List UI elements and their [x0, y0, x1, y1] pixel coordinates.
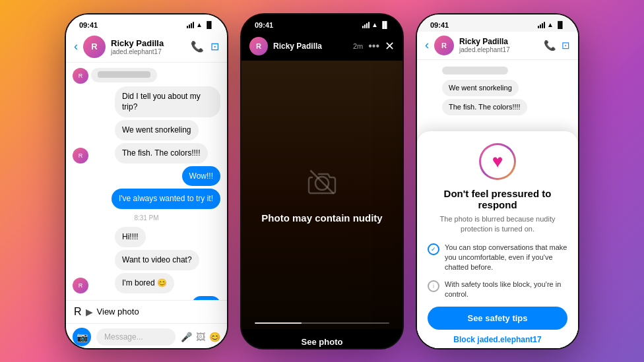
see-photo-button[interactable]: See photo	[242, 329, 402, 349]
sent-try-it: I've always wanted to try it!	[112, 189, 220, 209]
camera-button[interactable]: 📷	[73, 328, 91, 346]
status-bar-2: 09:41 ▲ ▐▌	[242, 15, 402, 32]
sender-avatar-small-3: R	[73, 278, 88, 293]
progress-track	[255, 322, 389, 324]
status-time-1: 09:41	[79, 21, 98, 29]
msg-fish: The fish. The colors!!!!	[115, 143, 208, 164]
msg-row-hi: Hi!!!!	[73, 227, 220, 247]
safety-title: Don't feel pressured to respond	[428, 188, 567, 210]
p3-avatar: R	[434, 36, 454, 55]
header-icons-1: 📞 ⊡	[191, 40, 219, 53]
tap-to-view-row: R	[73, 68, 220, 84]
message-input[interactable]: Message...	[96, 328, 176, 346]
msg-video: Want to video chat?	[115, 250, 199, 270]
wifi-icon-1: ▲	[196, 21, 203, 28]
mic-icon[interactable]: 🎤	[181, 332, 192, 342]
phone-3: 09:41 ▲ ▐▌ ‹ R Ricky Padilla jaded.eleph…	[416, 13, 579, 349]
contact-info-1: Ricky Padilla jaded.elephant17	[111, 38, 185, 55]
msg-ok: Ok	[192, 296, 220, 300]
msg-row-fish: R The fish. The colors!!!!	[73, 143, 220, 164]
phone-1: 09:41 ▲ ▐▌ ‹ R Ricky Padilla jaded.eleph…	[65, 13, 228, 349]
wifi-icon-2: ▲	[371, 21, 378, 28]
sender-avatar-small-2: R	[73, 148, 88, 164]
p3-chat-bg: We went snorkeling The fish. The colors!…	[417, 60, 578, 349]
chat-header-1: ‹ R Ricky Padilla jaded.elephant17 📞 ⊡	[66, 32, 227, 63]
dark-content: R Ricky Padilla 2m ••• ✕ Photo may conta…	[242, 32, 402, 349]
status-time-2: 09:41	[255, 21, 273, 29]
tap-to-view-msg[interactable]	[91, 68, 157, 82]
status-time-3: 09:41	[430, 21, 449, 29]
back-button-1[interactable]: ‹	[74, 40, 78, 53]
msg-row-trip: Did I tell you about my trip?	[73, 86, 220, 118]
phone3-content: ‹ R Ricky Padilla jaded.elephant17 📞 ⊡ W…	[417, 32, 578, 349]
safety-sub: The photo is blurred because nudity prot…	[428, 214, 567, 235]
p3-msg-snorkeling: We went snorkeling	[442, 80, 519, 96]
phone-2: 09:41 ▲ ▐▌ R Ricky Padilla 2m ••• ✕	[240, 13, 404, 349]
safety-text-2: With safety tools like block, you're in …	[445, 280, 567, 300]
block-link[interactable]: Block jaded.elephant17	[428, 335, 567, 344]
msg-bored: I'm bored 😊	[115, 273, 174, 293]
video-icon-1[interactable]: ⊡	[210, 40, 219, 53]
p3-header-icons: 📞 ⊡	[544, 40, 570, 51]
close-icon[interactable]: ✕	[385, 39, 395, 53]
msg-row-snorkeling: We went snorkeling	[73, 120, 220, 140]
heart-symbol: ♥	[492, 151, 503, 172]
photo-contact-name: Ricky Padilla	[273, 42, 348, 51]
p3-video-icon[interactable]: ⊡	[562, 40, 570, 51]
emoji-icon[interactable]: 😊	[209, 332, 220, 342]
chat-input-bar: 📷 Message... 🎤 🖼 😊	[66, 323, 227, 349]
msg-wow: Wow!!!	[182, 166, 220, 187]
call-icon-1[interactable]: 📞	[191, 40, 204, 53]
p3-contact-handle: jaded.elephant17	[459, 46, 538, 53]
safety-text-1: You can stop conversations that make you…	[445, 243, 567, 273]
status-icons-1: ▲ ▐▌	[187, 21, 214, 28]
msg-snorkeling: We went snorkeling	[115, 120, 199, 140]
blurred-photo-area: Photo may contain nudity	[242, 61, 402, 329]
signal-icon-2	[362, 22, 370, 28]
view-photo-label[interactable]: View photo	[97, 307, 139, 317]
nudity-warning: Photo may contain nudity	[261, 212, 382, 224]
more-options-icon[interactable]: •••	[368, 40, 379, 52]
avatar-1: R	[83, 36, 106, 58]
view-photo-row[interactable]: R ▶ View photo	[66, 300, 227, 323]
p3-msg-fish: The fish. The colors!!!!	[442, 99, 527, 115]
battery-icon-1: ▐▌	[205, 21, 214, 28]
msg-try: I've always wanted to try it!	[112, 189, 220, 209]
see-safety-button[interactable]: See safety tips	[428, 307, 567, 330]
input-icons: 🎤 🖼 😊	[181, 332, 220, 342]
safety-item-2: i With safety tools like block, you're i…	[428, 280, 567, 300]
sent-wow: Wow!!!	[182, 166, 220, 187]
heart-icon-large: ♥	[479, 143, 516, 180]
sender-avatar-small-1: R	[73, 68, 88, 84]
progress-fill	[255, 322, 302, 324]
shield-icon: ✓	[428, 243, 439, 255]
signal-icon-1	[187, 22, 194, 28]
p3-contact-name: Ricky Padilla	[459, 37, 538, 46]
safety-overlay-sheet: ♥ Don't feel pressured to respond The ph…	[417, 131, 578, 349]
photo-header: R Ricky Padilla 2m ••• ✕	[242, 32, 402, 61]
p3-chat-header: ‹ R Ricky Padilla jaded.elephant17 📞 ⊡	[417, 32, 578, 60]
status-bar-1: 09:41 ▲ ▐▌	[66, 15, 227, 32]
battery-icon-3: ▐▌	[556, 21, 565, 28]
image-icon[interactable]: 🖼	[196, 332, 205, 342]
signal-icon-3	[538, 22, 545, 28]
status-icons-3: ▲ ▐▌	[538, 21, 565, 28]
msg-hi: Hi!!!!	[115, 227, 146, 247]
timestamp-831: 8:31 PM	[73, 214, 220, 222]
back-button-3[interactable]: ‹	[425, 38, 429, 52]
svg-point-0	[315, 177, 329, 190]
contact-name-1: Ricky Padilla	[111, 38, 185, 48]
p3-call-icon[interactable]: 📞	[544, 40, 556, 51]
status-icons-2: ▲ ▐▌	[362, 21, 389, 28]
p3-contact-info: Ricky Padilla jaded.elephant17	[459, 37, 538, 53]
battery-icon-2: ▐▌	[380, 21, 389, 28]
chat-body-1: R Did I tell you about my trip? We went …	[66, 63, 227, 300]
safety-item-1: ✓ You can stop conversations that make y…	[428, 243, 567, 273]
sender-avatar-view: R	[74, 306, 82, 318]
progress-bar-area	[242, 322, 402, 329]
msg-row-bored: R I'm bored 😊	[73, 273, 220, 293]
msg-row-video: Want to video chat?	[73, 250, 220, 270]
contact-handle-1: jaded.elephant17	[111, 48, 185, 55]
msg-trip: Did I tell you about my trip?	[115, 86, 220, 118]
photo-time-ago: 2m	[353, 42, 363, 50]
